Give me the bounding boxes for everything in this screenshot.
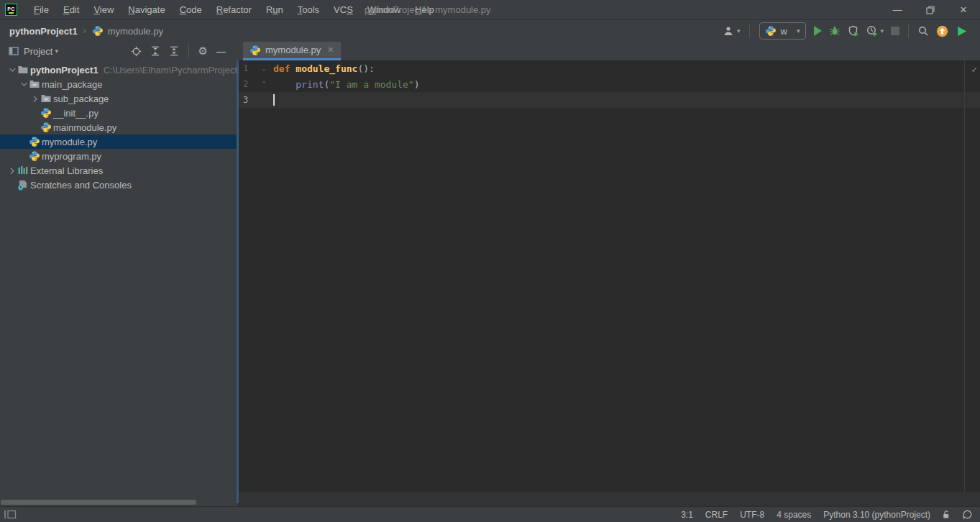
tree-item-mymodule-py[interactable]: mymodule.py: [0, 134, 237, 149]
ide-update-button[interactable]: [933, 22, 952, 40]
menu-run[interactable]: Run: [259, 0, 290, 19]
unlocked-icon: [941, 510, 951, 520]
chevron-right-icon[interactable]: [6, 168, 17, 173]
toolbox-button[interactable]: [952, 22, 971, 40]
tool-window-switcher-button[interactable]: [4, 510, 17, 519]
tree-item-path: C:\Users\Elham\PycharmProjects\pyt: [104, 65, 237, 75]
status-line-separator[interactable]: CRLF: [705, 510, 728, 520]
menu-file[interactable]: File: [27, 0, 56, 19]
minimize-button[interactable]: —: [881, 0, 914, 20]
tree-item-init-py[interactable]: __init__.py: [0, 106, 237, 120]
breadcrumb-file[interactable]: mymodule.py: [108, 26, 163, 37]
tree-item-external-libraries[interactable]: External Libraries: [0, 163, 237, 178]
tree-item-myprogram-py[interactable]: myprogram.py: [0, 149, 237, 163]
code-text: def module_func():: [272, 63, 375, 74]
stop-button[interactable]: [887, 22, 903, 40]
editor-scrollbar-track[interactable]: [964, 60, 965, 492]
chevron-down-icon[interactable]: ▾: [55, 47, 58, 55]
code-with-me-button[interactable]: ▾: [720, 22, 744, 40]
code-line-2[interactable]: 2⌃ print("I am a module"): [237, 76, 980, 92]
restore-button[interactable]: [914, 0, 947, 20]
tab-mymodule[interactable]: mymodule.py ✕: [243, 42, 341, 60]
chevron-down-icon[interactable]: [17, 82, 29, 86]
tree-item-label: mymodule.py: [42, 137, 97, 147]
file-lock-button[interactable]: [941, 510, 951, 520]
run-with-coverage-button[interactable]: [844, 22, 863, 40]
notifications-button[interactable]: [962, 509, 973, 520]
text-caret: [273, 94, 275, 106]
tree-item-label: myprogram.py: [42, 151, 101, 162]
navigation-toolbar: pythonProject1 › mymodule.py ▾ w ▾: [0, 20, 980, 42]
main-area: Project ▾ ⚙: [0, 42, 980, 506]
menu-navigate[interactable]: Navigate: [121, 0, 172, 19]
tree-item-label: pythonProject1: [30, 65, 99, 75]
status-items: 3:1CRLFUTF-84 spacesPython 3.10 (pythonP…: [669, 510, 930, 520]
collapse-all-button[interactable]: [165, 42, 183, 60]
python-icon: [29, 150, 42, 162]
fold-marker-icon[interactable]: ⌄: [256, 65, 272, 72]
status-indent-style[interactable]: 4 spaces: [777, 510, 811, 520]
tree-item-label: mainmodule.py: [53, 122, 116, 133]
code-text: print("I am a module"): [272, 79, 420, 90]
scratches-icon: [17, 180, 30, 191]
hide-panel-button[interactable]: —: [212, 42, 230, 60]
python-icon: [40, 122, 53, 133]
close-button[interactable]: ✕: [947, 0, 980, 20]
project-panel-header: Project ▾ ⚙: [0, 42, 237, 60]
panel-editor-splitter[interactable]: [237, 60, 239, 503]
menu-tools[interactable]: Tools: [290, 0, 326, 19]
run-configuration-select[interactable]: w ▾: [759, 22, 807, 40]
run-button[interactable]: [810, 22, 825, 40]
breadcrumb-separator-icon: ›: [83, 26, 86, 36]
line-number[interactable]: 2: [237, 79, 256, 89]
menu-refactor[interactable]: Refactor: [209, 0, 259, 19]
window-controls: — ✕: [881, 0, 980, 20]
tree-item-mainmodule-py[interactable]: mainmodule.py: [0, 120, 237, 134]
tree-item-scratches-and-consoles[interactable]: Scratches and Consoles: [0, 178, 237, 192]
menu-vcs[interactable]: VCS: [326, 0, 360, 19]
python-file-icon: [249, 45, 261, 56]
coverage-icon: [848, 25, 859, 37]
tree-item-label: __init__.py: [53, 108, 99, 119]
project-tool-window: Project ▾ ⚙: [0, 42, 237, 506]
project-panel-title[interactable]: Project: [24, 46, 52, 57]
tab-close-icon[interactable]: ✕: [327, 45, 334, 55]
project-horizontal-scrollbar[interactable]: [1, 500, 237, 505]
line-number[interactable]: 3: [237, 95, 256, 105]
menu-code[interactable]: Code: [173, 0, 209, 19]
tree-item-main-package[interactable]: main_package: [0, 77, 237, 91]
search-everywhere-button[interactable]: [914, 22, 933, 40]
code-line-1[interactable]: 1⌄def module_func():: [237, 60, 980, 76]
status-file-encoding[interactable]: UTF-8: [740, 510, 764, 520]
debug-button[interactable]: [825, 22, 844, 40]
scrollbar-thumb[interactable]: [1, 500, 196, 505]
expand-all-button[interactable]: [146, 42, 165, 60]
package-icon: [29, 79, 42, 89]
code-text: [272, 94, 275, 106]
libraries-icon: [17, 165, 30, 175]
tree-item-label: Scratches and Consoles: [30, 180, 132, 191]
profiler-button[interactable]: ▾: [863, 22, 887, 40]
panel-options-button[interactable]: ⚙: [194, 42, 212, 60]
line-number[interactable]: 1: [237, 63, 256, 73]
code-line-3[interactable]: 3: [237, 92, 980, 108]
breadcrumb-project[interactable]: pythonProject1: [9, 26, 78, 37]
code-editor[interactable]: 1⌄def module_func():2⌃ print("I am a mod…: [237, 60, 980, 492]
chevron-down-icon[interactable]: [6, 68, 17, 72]
locate-file-button[interactable]: [127, 42, 146, 60]
tab-label: mymodule.py: [265, 45, 321, 55]
user-icon: [723, 26, 735, 36]
menu-edit[interactable]: Edit: [56, 0, 86, 19]
inspection-ok-icon[interactable]: ✓: [971, 64, 977, 75]
fold-marker-icon[interactable]: ⌃: [256, 81, 272, 88]
tree-item-pythonproject1[interactable]: pythonProject1C:\Users\Elham\PycharmProj…: [0, 63, 237, 77]
tool-window-switcher-icon: [4, 510, 17, 519]
run-icon: [814, 26, 822, 36]
tree-item-sub-package[interactable]: sub_package: [0, 91, 237, 106]
menu-view[interactable]: View: [86, 0, 121, 19]
status-python-interpreter[interactable]: Python 3.10 (pythonProject): [823, 510, 930, 520]
chevron-down-icon: ▾: [797, 27, 800, 35]
hide-panel-icon: —: [216, 46, 226, 57]
chevron-right-icon[interactable]: [29, 96, 40, 101]
status-caret-position[interactable]: 3:1: [681, 510, 693, 520]
